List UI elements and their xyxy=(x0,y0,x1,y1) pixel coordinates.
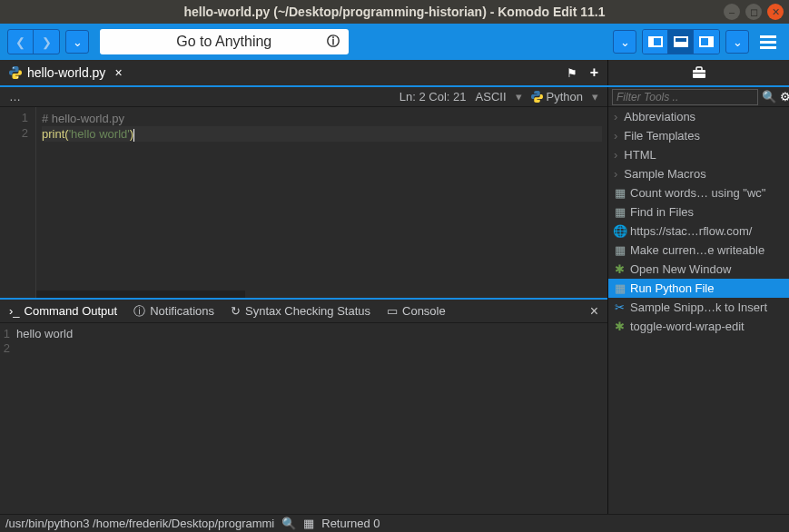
grid-icon: ▦ xyxy=(614,206,626,218)
filter-tools-input[interactable] xyxy=(612,89,758,105)
tab-hello-world[interactable]: hello-world.py × xyxy=(0,60,132,85)
gutter: 1 2 xyxy=(0,107,36,298)
tab-console[interactable]: ▭Console xyxy=(387,304,446,318)
python-icon xyxy=(531,91,543,103)
cursor-position: Ln: 2 Col: 21 xyxy=(399,90,467,103)
refresh-icon: ↻ xyxy=(231,304,241,318)
grid-icon[interactable]: ▦ xyxy=(303,517,314,530)
search-icon[interactable]: 🔍 xyxy=(281,517,296,530)
code-string: 'hello world' xyxy=(69,127,130,141)
dropdown-caret-icon[interactable]: ▾ xyxy=(516,90,522,103)
layout-right-icon xyxy=(699,36,714,47)
toolbox-item[interactable]: ▦Run Python File xyxy=(608,279,789,298)
console-icon: ▭ xyxy=(387,304,398,318)
terminal-icon: ›_ xyxy=(9,304,20,318)
close-button[interactable]: ✕ xyxy=(767,4,784,20)
goto-anything-input[interactable]: Go to Anything ⓘ xyxy=(100,29,349,54)
tab-notifications[interactable]: ⓘNotifications xyxy=(133,303,214,320)
toolbox-item[interactable]: ▦Find in Files xyxy=(608,202,789,222)
code-function: print xyxy=(42,127,64,141)
layout-bottom-button[interactable] xyxy=(668,30,694,54)
svg-rect-3 xyxy=(696,67,702,71)
footer-return-status: Returned 0 xyxy=(321,517,380,530)
layout-bottom-icon xyxy=(674,36,688,47)
toolbox-header[interactable] xyxy=(607,60,789,85)
toolbox-item[interactable]: ✱toggle-word-wrap-edit xyxy=(608,317,789,336)
svg-point-0 xyxy=(13,67,14,68)
flag-icon[interactable]: ⚑ xyxy=(567,66,577,80)
text-cursor xyxy=(133,129,134,142)
layout-left-icon xyxy=(648,36,663,47)
grid-icon: ▦ xyxy=(614,282,626,294)
language-label: Python xyxy=(547,90,583,103)
layout-dropdown[interactable]: ⌄ xyxy=(725,30,749,54)
maximize-button[interactable]: ◻ xyxy=(745,4,762,20)
toolbox-item[interactable]: ▦Make curren…e writeable xyxy=(608,241,789,260)
goto-placeholder: Go to Anything xyxy=(176,34,271,50)
tabbar: hello-world.py × ⚑ + xyxy=(0,60,789,87)
search-icon[interactable]: 🔍 xyxy=(762,90,776,103)
statusline: … Ln: 2 Col: 21 ASCII ▾ Python ▾ xyxy=(0,87,607,107)
info-icon: ⓘ xyxy=(133,303,145,320)
svg-point-1 xyxy=(16,77,17,78)
titlebar: hello-world.py (~/Desktop/programming-hi… xyxy=(0,0,789,24)
grid-icon: ▦ xyxy=(614,187,626,199)
toolbox-panel: 🔍 ⚙ ▾ AbbreviationsFile TemplatesHTMLSam… xyxy=(607,87,789,514)
toolbox-folder[interactable]: HTML xyxy=(608,145,789,164)
toolbox-folder[interactable]: File Templates xyxy=(608,126,789,145)
output-text: hello world xyxy=(13,323,76,514)
tab-syntax-checking[interactable]: ↻Syntax Checking Status xyxy=(231,304,370,318)
hamburger-menu-button[interactable] xyxy=(754,35,782,49)
code-editor[interactable]: 1 2 # hello-world.py print('hello world'… xyxy=(0,107,607,298)
svg-rect-4 xyxy=(693,73,705,74)
toolbox-item[interactable]: ▦Count words… using "wc" xyxy=(608,183,789,202)
footer-command-path: /usr/bin/python3 /home/frederik/Desktop/… xyxy=(5,517,274,530)
python-icon xyxy=(9,66,22,79)
toolbox-folder[interactable]: Sample Macros xyxy=(608,164,789,183)
minimize-button[interactable]: – xyxy=(724,4,740,20)
layout-left-button[interactable] xyxy=(643,30,668,54)
toolbar: ❮ ❯ ⌄ Go to Anything ⓘ ⌄ ⌄ xyxy=(0,24,789,60)
gear-icon: ✱ xyxy=(614,263,626,275)
breadcrumb-menu[interactable]: … xyxy=(9,90,21,103)
tab-command-output[interactable]: ›_Command Output xyxy=(9,304,117,318)
toolbox-item[interactable]: ✱Open New Window xyxy=(608,260,789,279)
minimap[interactable] xyxy=(36,291,245,298)
nav-forward-button[interactable]: ❯ xyxy=(34,30,59,54)
bottom-tabbar: ›_Command Output ⓘNotifications ↻Syntax … xyxy=(0,298,607,323)
language-selector[interactable]: Python xyxy=(531,90,583,103)
grid-icon: ▦ xyxy=(614,244,626,256)
scissors-icon: ✂ xyxy=(614,301,626,313)
goto-info-icon: ⓘ xyxy=(327,34,340,50)
view-dropdown[interactable]: ⌄ xyxy=(613,30,636,54)
encoding-label[interactable]: ASCII xyxy=(476,90,507,103)
toolbox-folder[interactable]: Abbreviations xyxy=(608,107,789,126)
dropdown-caret-icon[interactable]: ▾ xyxy=(592,90,598,103)
code-comment: # hello-world.py xyxy=(42,112,124,125)
new-tab-button[interactable]: + xyxy=(590,64,598,81)
gear-icon: ✱ xyxy=(614,320,626,332)
toolbox-item[interactable]: 🌐https://stac…rflow.com/ xyxy=(608,222,789,241)
tab-filename: hello-world.py xyxy=(27,65,105,80)
gear-icon[interactable]: ⚙ xyxy=(780,90,789,103)
tab-close-button[interactable]: × xyxy=(114,65,122,80)
globe-icon: 🌐 xyxy=(614,225,626,237)
toolbox-item[interactable]: ✂Sample Snipp…k to Insert xyxy=(608,298,789,317)
output-gutter: 1 2 xyxy=(0,323,13,514)
panel-close-button[interactable]: × xyxy=(590,303,598,320)
nav-back-button[interactable]: ❮ xyxy=(8,30,34,54)
footer: /usr/bin/python3 /home/frederik/Desktop/… xyxy=(0,514,789,532)
command-output-panel[interactable]: 1 2 hello world xyxy=(0,323,607,514)
nav-history-dropdown[interactable]: ⌄ xyxy=(65,30,89,54)
layout-right-button[interactable] xyxy=(694,30,719,54)
window-title: hello-world.py (~/Desktop/programming-hi… xyxy=(184,5,606,19)
